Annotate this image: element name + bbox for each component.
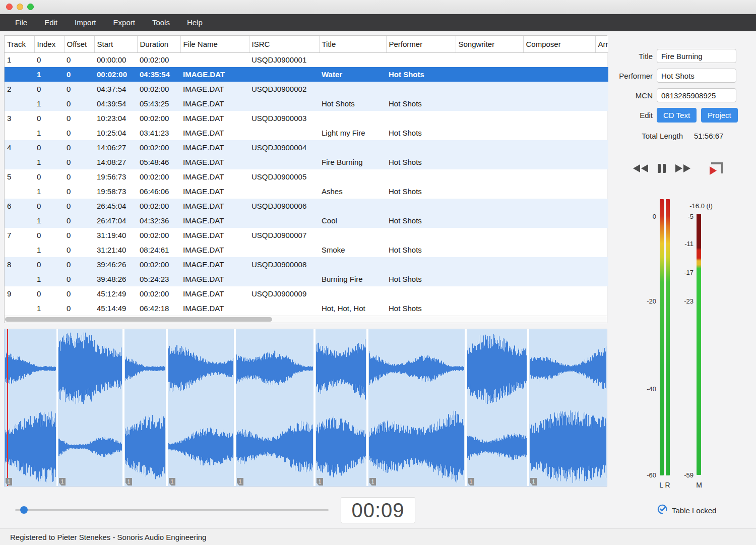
m-scale-label: -59: [672, 471, 694, 479]
column-header-performer[interactable]: Performer: [386, 36, 456, 52]
table-row[interactable]: 40014:06:2700:02:00IMAGE.DATUSQDJ0900004: [5, 140, 608, 155]
table-row[interactable]: 1010:25:0403:41:23IMAGE.DATLight my Fire…: [5, 126, 608, 140]
table-row[interactable]: 60026:45:0400:02:00IMAGE.DATUSQDJ0900006: [5, 199, 608, 213]
edit-label: Edit: [602, 111, 653, 119]
m-scale-label: -11: [672, 240, 694, 248]
waveform-display[interactable]: 111111111: [4, 329, 607, 487]
fast-forward-icon: [675, 164, 691, 174]
horizontal-scrollbar-thumb[interactable]: [5, 317, 272, 322]
fast-forward-button[interactable]: [672, 159, 694, 178]
meter-caption-lr: L R: [656, 481, 673, 489]
titlebar: [0, 0, 756, 14]
mcn-label: MCN: [602, 91, 653, 100]
table-row[interactable]: 1026:47:0404:32:36IMAGE.DATCoolHot Shots: [5, 213, 608, 228]
column-header-composer[interactable]: Composer: [523, 36, 595, 52]
zoom-window-button[interactable]: [27, 4, 34, 10]
title-field-row: Title: [602, 48, 753, 64]
m-scale-label: -5: [672, 213, 694, 221]
table-row[interactable]: 50019:56:7300:02:00IMAGE.DATUSQDJ0900005: [5, 169, 608, 184]
table-locked-label: Table Locked: [672, 506, 716, 515]
table-row[interactable]: 30010:23:0400:02:00IMAGE.DATUSQDJ0900003: [5, 111, 608, 126]
table-row[interactable]: 70031:19:4000:02:00IMAGE.DATUSQDJ0900007: [5, 228, 608, 243]
rewind-button[interactable]: [630, 159, 651, 178]
registration-text: Registered to Pieter Stenekes - Sonoris …: [10, 533, 206, 541]
play-to-marker-button[interactable]: [706, 159, 727, 178]
performer-input[interactable]: [657, 69, 736, 83]
column-header-title[interactable]: Title: [319, 36, 386, 52]
table-row[interactable]: 1004:39:5405:43:25IMAGE.DATHot ShotsHot …: [5, 96, 608, 111]
menu-import[interactable]: Import: [66, 14, 105, 31]
performer-label: Performer: [602, 72, 653, 80]
column-header-track[interactable]: Track: [5, 36, 34, 52]
menu-export[interactable]: Export: [105, 14, 144, 31]
level-meters: -16.0 (I) L R M 0-20-40-60-5-11-17-23-59: [630, 196, 746, 498]
meter-caption-m: M: [695, 481, 704, 489]
meter-loudness: [697, 214, 701, 475]
table-locked-check-icon: [657, 504, 668, 517]
column-header-songwriter[interactable]: Songwriter: [456, 36, 523, 52]
table-row[interactable]: 90045:12:4900:02:00IMAGE.DATUSQDJ0900009: [5, 286, 608, 301]
menu-tools[interactable]: Tools: [144, 14, 178, 31]
table-row[interactable]: 20004:37:5400:02:00IMAGE.DATUSQDJ0900002: [5, 82, 608, 96]
title-input[interactable]: [657, 49, 736, 63]
title-label: Title: [602, 52, 653, 60]
performer-field-row: Performer: [602, 68, 753, 83]
total-length-label: Total Length: [602, 132, 683, 140]
table-row[interactable]: 1000:02:0004:35:54IMAGE.DATWaterHot Shot…: [5, 67, 608, 82]
m-scale-label: -23: [672, 297, 694, 306]
column-header-start[interactable]: Start: [94, 36, 137, 52]
column-header-file-name[interactable]: File Name: [180, 36, 249, 52]
table-row[interactable]: 1039:48:2605:24:23IMAGE.DATBurning FireH…: [5, 272, 608, 286]
column-header-isrc[interactable]: ISRC: [249, 36, 319, 52]
waveform-canvas[interactable]: [5, 329, 607, 486]
pause-icon: [657, 163, 667, 175]
rewind-icon: [633, 164, 649, 174]
play-to-marker-icon: [707, 161, 726, 177]
column-header-index[interactable]: Index: [34, 36, 64, 52]
table-row[interactable]: 1014:08:2705:48:46IMAGE.DATFire BurningH…: [5, 155, 608, 169]
meter-left: [660, 199, 664, 475]
playhead: [7, 329, 8, 486]
transport-controls: [630, 158, 746, 180]
close-window-button[interactable]: [6, 4, 13, 10]
status-bar: Registered to Pieter Stenekes - Sonoris …: [0, 528, 756, 545]
lr-scale-label: 0: [630, 213, 656, 221]
menu-bar: FileEditImportExportToolsHelp: [0, 14, 756, 31]
pause-button[interactable]: [651, 159, 672, 178]
minimize-window-button[interactable]: [17, 4, 23, 10]
track-table: TrackIndexOffsetStartDurationFile NameIS…: [4, 35, 607, 323]
lr-scale-label: -60: [630, 471, 656, 479]
loudness-readout: -16.0 (I): [678, 202, 724, 210]
cd-text-button[interactable]: CD Text: [657, 108, 697, 123]
table-locked-toggle[interactable]: Table Locked: [657, 504, 716, 517]
table-header-row: TrackIndexOffsetStartDurationFile NameIS…: [5, 36, 608, 52]
table-row[interactable]: 1019:58:7306:46:06IMAGE.DATAshesHot Shot…: [5, 184, 608, 199]
edit-row: Edit CD Text Project: [602, 107, 753, 123]
menu-help[interactable]: Help: [178, 14, 211, 31]
menu-file[interactable]: File: [7, 14, 36, 31]
table-row[interactable]: 1045:14:4906:42:18IMAGE.DATHot, Hot, Hot…: [5, 301, 608, 316]
mcn-input[interactable]: [657, 88, 736, 102]
lr-scale-label: -40: [630, 385, 656, 393]
time-display: 00:09: [341, 497, 415, 523]
horizontal-scrollbar[interactable]: [5, 316, 607, 323]
table-row[interactable]: 10000:00:0000:02:00USQDJ0900001: [5, 52, 608, 67]
column-header-offset[interactable]: Offset: [64, 36, 94, 52]
total-length-value: 51:56:67: [694, 132, 723, 140]
seek-slider-track[interactable]: [15, 509, 329, 511]
table-row[interactable]: 1031:21:4008:24:61IMAGE.DATSmokeHot Shot…: [5, 243, 608, 257]
meter-right: [666, 199, 670, 475]
total-length-row: Total Length 51:56:67: [602, 128, 753, 143]
lr-scale-label: -20: [630, 297, 656, 306]
column-header-duration[interactable]: Duration: [137, 36, 180, 52]
m-scale-label: -17: [672, 269, 694, 277]
menu-edit[interactable]: Edit: [36, 14, 66, 31]
mcn-field-row: MCN: [602, 88, 753, 103]
project-button[interactable]: Project: [701, 108, 738, 123]
seek-slider-thumb[interactable]: [20, 506, 28, 514]
table-row[interactable]: 80039:46:2600:02:00IMAGE.DATUSQDJ0900008: [5, 257, 608, 272]
